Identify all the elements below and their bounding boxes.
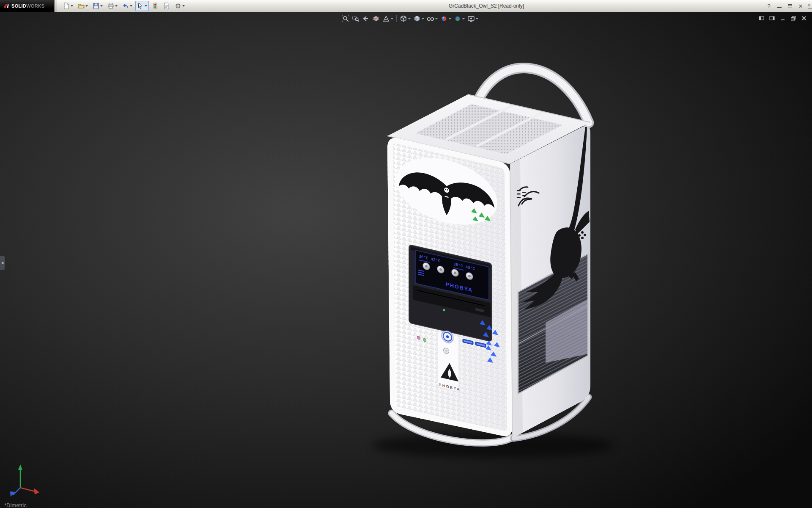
annotation-views-icon [382,15,390,22]
view-orientation-label: *Dimetric [4,502,27,508]
rebuild-button[interactable] [150,1,160,11]
feature-manager-collapsed-tab[interactable]: ◀ [0,256,5,270]
chevron-down-icon [476,18,478,19]
view-orientation-button[interactable] [399,14,411,23]
solidworks-logo: SOLIDWORKS [0,0,54,12]
heads-up-view-toolbar [341,14,479,23]
view-settings-icon [467,15,475,22]
chevron-down-icon [145,5,147,7]
file-properties-icon [163,3,170,9]
print-icon [107,3,114,9]
minimize-window-button[interactable] [780,16,786,21]
chevron-down-icon [71,5,73,7]
chevron-down-icon [462,18,465,19]
scene-globe-icon [454,15,461,22]
solidworks-logo-icon [3,3,10,9]
appearance-ball-icon [440,15,448,22]
previous-view-icon [362,15,370,22]
chevron-down-icon [130,5,132,7]
close-button[interactable]: × [797,3,804,10]
minimize-icon [777,4,782,8]
minimize-window-icon [780,16,786,21]
view-orientation-icon [400,15,407,22]
display-style-icon [413,15,421,22]
print-button[interactable] [106,1,119,11]
toolbar-separator [396,15,397,22]
edit-appearance-button[interactable] [439,14,452,23]
minimize-button[interactable] [776,3,783,10]
section-view-icon [372,15,380,22]
document-window-controls [759,16,807,21]
side-panel [510,126,590,438]
previous-view-button[interactable] [361,14,370,23]
titlebar: SOLIDWORKS [0,0,812,12]
graphics-area[interactable]: 36°C 42°C 38°C 45°C [0,12,812,508]
undo-button[interactable] [121,1,134,11]
close-window-button[interactable] [801,16,807,21]
zoom-to-fit-button[interactable] [341,14,350,23]
window-buttons: ? × [765,0,812,12]
open-button[interactable] [76,1,90,11]
chevron-down-icon [182,5,185,7]
gear-icon [175,3,181,9]
chevron-down-icon [435,18,438,19]
zoom-to-area-icon [352,15,359,22]
display-style-button[interactable] [412,14,425,23]
chevron-down-icon [391,18,393,19]
maximize-button[interactable] [787,3,793,10]
chevron-down-icon [100,5,103,7]
next-window-button[interactable] [769,16,775,21]
save-icon [93,3,99,9]
apply-scene-button[interactable] [453,14,466,23]
options-button[interactable] [173,1,187,11]
model-3d-view[interactable]: 36°C 42°C 38°C 45°C [0,12,812,508]
chevron-down-icon [115,5,118,7]
chevron-down-icon [422,18,424,19]
zoom-to-fit-icon [342,15,349,22]
select-button[interactable] [135,1,149,11]
rebuild-icon [152,3,159,9]
previous-window-button[interactable] [759,16,765,21]
view-settings-button[interactable] [466,14,479,23]
close-window-icon [801,16,807,21]
save-button[interactable] [91,1,104,11]
glasses-icon [427,15,434,22]
chevron-down-icon [408,18,411,19]
zoom-to-area-button[interactable] [351,14,360,23]
chevron-down-icon [449,18,451,19]
undo-icon [122,3,129,9]
case-model[interactable]: 36°C 42°C 38°C 45°C [372,68,613,458]
restore-window-button[interactable] [790,16,796,21]
hide-show-items-button[interactable] [426,14,439,23]
document-title: GrCadBlack_Owl_S2 [Read-only] [449,3,524,9]
file-properties-button[interactable] [162,1,172,11]
titlebar-separator [54,0,57,12]
maximize-icon [788,4,792,8]
previous-window-icon [759,16,765,21]
quick-access-toolbar [57,1,187,11]
restore-window-icon [790,16,796,21]
open-folder-icon [78,3,85,9]
brand-text: SOLIDWORKS [11,3,44,8]
new-document-button[interactable] [61,1,75,11]
resources-icon [808,4,812,9]
chevron-down-icon [85,5,88,7]
section-view-button[interactable] [371,14,381,23]
help-button[interactable]: ? [765,3,772,10]
front-panel: 36°C 42°C 38°C 45°C [385,127,517,442]
new-document-icon [63,3,70,9]
next-window-icon [769,16,775,21]
solidworks-window: SOLIDWORKS [0,0,812,508]
annotation-views-button[interactable] [381,14,394,23]
select-arrow-icon [137,3,144,9]
